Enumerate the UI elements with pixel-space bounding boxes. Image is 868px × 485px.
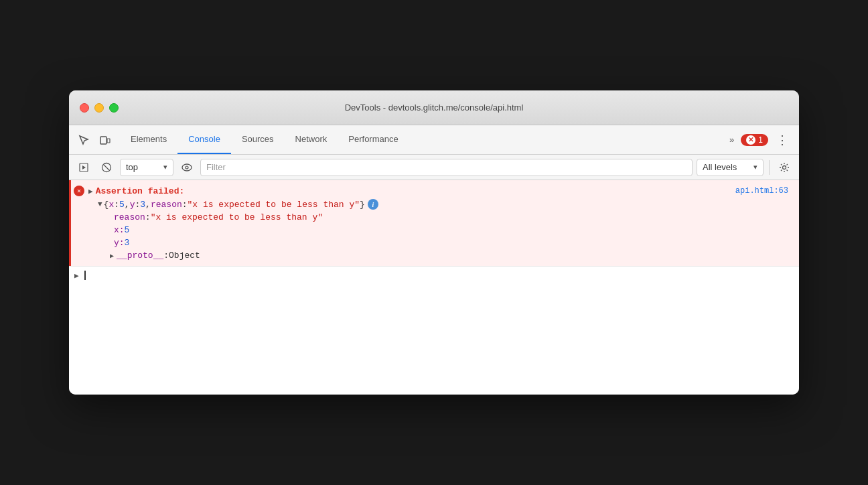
error-icon: ✕ <box>74 186 84 196</box>
error-count: 1 <box>758 135 763 145</box>
y-value: 3 <box>125 238 130 248</box>
levels-select[interactable]: All levels ▾ <box>697 159 764 176</box>
tabs: Elements Console Sources Network Perform… <box>120 125 725 154</box>
proto-expand-arrow[interactable]: ▶ <box>110 252 114 260</box>
reason-prop-line: reason : "x is expected to be less than … <box>71 211 794 224</box>
tab-network[interactable]: Network <box>285 125 338 154</box>
more-tabs-button[interactable]: » <box>725 132 738 147</box>
assertion-text: Assertion failed: <box>96 186 185 196</box>
error-row: ✕ ▶ Assertion failed: api.html:63 ▼ { x … <box>69 180 799 266</box>
context-select[interactable]: top ▾ <box>120 159 173 176</box>
console-content: ✕ ▶ Assertion failed: api.html:63 ▼ { x … <box>69 180 799 395</box>
svg-point-6 <box>182 164 192 171</box>
toolbar-separator <box>769 160 770 175</box>
levels-value: All levels <box>703 162 737 172</box>
error-badge[interactable]: ✕ 1 <box>741 134 768 146</box>
tab-bar-icons <box>74 131 115 149</box>
tab-sources[interactable]: Sources <box>231 125 285 154</box>
console-prompt-arrow[interactable]: ▶ <box>74 271 79 280</box>
svg-rect-1 <box>107 139 110 143</box>
close-button[interactable] <box>80 103 89 113</box>
svg-point-8 <box>783 165 786 169</box>
console-cursor <box>84 271 86 280</box>
maximize-button[interactable] <box>109 103 119 113</box>
console-input-row[interactable]: ▶ <box>69 266 799 284</box>
error-line-left: ✕ ▶ Assertion failed: <box>74 186 184 196</box>
svg-marker-3 <box>82 165 86 169</box>
traffic-lights <box>80 103 119 113</box>
tab-bar-right: » ✕ 1 ⋮ <box>725 130 794 150</box>
y-prop-line: y: 3 <box>71 236 794 249</box>
object-collapse-arrow[interactable]: ▼ <box>98 200 102 208</box>
title-bar: DevTools - devtools.glitch.me/console/ap… <box>69 90 799 125</box>
tab-bar: Elements Console Sources Network Perform… <box>69 125 799 155</box>
tab-performance[interactable]: Performance <box>338 125 409 154</box>
proto-value: Object <box>169 251 200 261</box>
clear-console-button[interactable] <box>97 158 116 177</box>
expand-arrow[interactable]: ▶ <box>88 187 93 196</box>
svg-rect-0 <box>100 137 106 144</box>
levels-chevron: ▾ <box>753 163 757 171</box>
console-toolbar: top ▾ All levels ▾ <box>69 155 799 180</box>
eye-icon[interactable] <box>177 158 196 177</box>
tab-elements[interactable]: Elements <box>120 125 177 154</box>
svg-line-5 <box>104 164 110 170</box>
minimize-button[interactable] <box>94 103 104 113</box>
tab-console[interactable]: Console <box>177 125 231 154</box>
proto-prop-line: ▶ __proto__ : Object <box>71 249 794 262</box>
context-value: top <box>126 162 138 172</box>
x-value: 5 <box>125 225 130 235</box>
info-icon[interactable]: i <box>368 199 378 210</box>
reason-value: "x is expected to be less than y" <box>151 212 323 222</box>
context-chevron: ▾ <box>163 163 167 171</box>
run-snippet-button[interactable] <box>74 158 93 177</box>
error-badge-icon: ✕ <box>746 135 755 145</box>
file-link[interactable]: api.html:63 <box>735 186 788 196</box>
menu-dots-button[interactable]: ⋮ <box>771 130 794 150</box>
devtools-window: DevTools - devtools.glitch.me/console/ap… <box>69 90 799 395</box>
svg-point-7 <box>186 166 188 169</box>
object-expanded-line: ▼ { x : 5 , y : 3 , reason : "x is expec… <box>71 198 794 211</box>
filter-input[interactable] <box>200 159 693 176</box>
device-toolbar-icon[interactable] <box>96 131 115 149</box>
x-key: x: <box>114 225 125 235</box>
window-title: DevTools - devtools.glitch.me/console/ap… <box>345 102 524 113</box>
y-key: y: <box>114 238 125 248</box>
select-element-icon[interactable] <box>74 131 93 149</box>
settings-button[interactable] <box>775 158 794 177</box>
error-assertion-line: ✕ ▶ Assertion failed: api.html:63 <box>71 184 794 198</box>
x-prop-line: x: 5 <box>71 224 794 236</box>
